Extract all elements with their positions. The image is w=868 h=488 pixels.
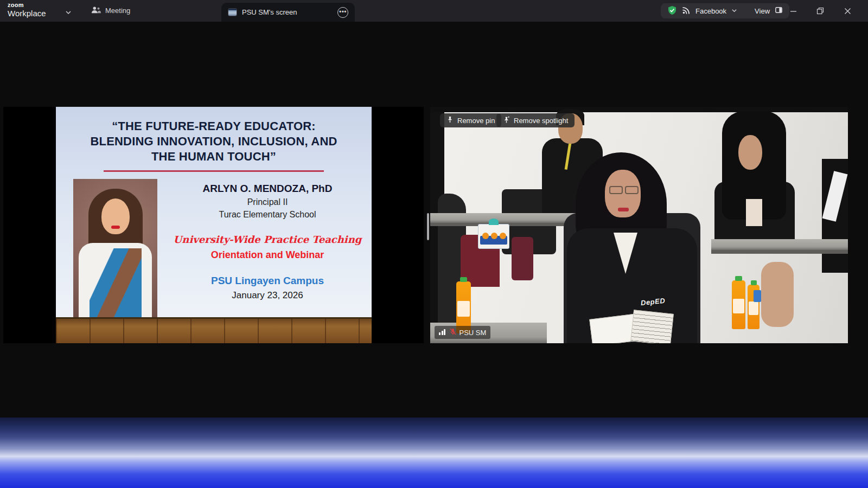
participant-name-tag: PSU SM bbox=[435, 326, 490, 339]
tab-meeting-label: Meeting bbox=[105, 7, 130, 15]
zoom-workplace-window: zoom Workplace Meeting PSU SM's screen •… bbox=[0, 0, 868, 488]
slide-speaker-block: ARLYN O. MENDOZA, PhD Principal II Turac… bbox=[170, 183, 365, 301]
remove-spotlight-label: Remove spotlight bbox=[514, 117, 568, 125]
connection-signal-icon bbox=[439, 329, 446, 337]
pin-icon bbox=[446, 116, 454, 125]
close-button[interactable] bbox=[835, 0, 859, 22]
workspace-chevron-down-icon[interactable] bbox=[65, 8, 72, 18]
spotlight-pin-icon bbox=[503, 116, 510, 125]
slide-floor-graphic bbox=[56, 317, 372, 343]
bottom-banner: 6 10 Share bbox=[0, 418, 868, 488]
remove-pin-button[interactable]: Remove pin bbox=[440, 113, 501, 127]
event-line2: Orientation and Webinar bbox=[170, 249, 365, 261]
zoom-workplace-logo: zoom Workplace bbox=[8, 2, 46, 17]
camera-video-tile: DepED Remove pin Remove spotlight PSU SM bbox=[430, 107, 848, 343]
speaker-title: Principal II bbox=[170, 197, 365, 207]
slide-divider-line bbox=[104, 170, 324, 172]
speaker-photo bbox=[73, 179, 157, 317]
remove-spotlight-button[interactable]: Remove spotlight bbox=[496, 113, 575, 127]
broadcast-icon bbox=[682, 6, 691, 16]
event-date: January 23, 2026 bbox=[170, 290, 365, 301]
stream-chevron-down-icon[interactable] bbox=[731, 7, 737, 15]
remove-pin-label: Remove pin bbox=[457, 117, 495, 125]
participant-name: PSU SM bbox=[459, 329, 487, 337]
tab-psu-sm-screen[interactable]: PSU SM's screen ••• bbox=[221, 3, 355, 22]
presentation-slide: “THE FUTURE-READY EDUCATOR: BLENDING INN… bbox=[56, 107, 372, 343]
speaker-name: ARLYN O. MENDOZA, PhD bbox=[170, 183, 365, 195]
event-venue: PSU Lingayen Campus bbox=[170, 275, 365, 287]
live-stream-pill: Facebook View bbox=[661, 3, 789, 18]
brand-workplace: Workplace bbox=[8, 9, 46, 17]
panel-divider-handle[interactable] bbox=[427, 213, 429, 240]
speaker-school: Turac Elementary School bbox=[170, 210, 365, 220]
tab-meeting[interactable]: Meeting bbox=[91, 5, 130, 16]
tab-screen-label: PSU SM's screen bbox=[242, 8, 297, 16]
view-button-label[interactable]: View bbox=[755, 7, 770, 15]
brand-zoom: zoom bbox=[8, 2, 46, 8]
tab-more-options-icon[interactable]: ••• bbox=[337, 7, 348, 18]
screen-thumbnail-icon bbox=[228, 8, 237, 16]
slide-title: “THE FUTURE-READY EDUCATOR: BLENDING INN… bbox=[56, 119, 372, 164]
restore-button[interactable] bbox=[808, 0, 832, 22]
muted-mic-icon bbox=[450, 328, 456, 337]
security-shield-icon[interactable] bbox=[667, 5, 677, 17]
title-bar: zoom Workplace Meeting PSU SM's screen •… bbox=[0, 0, 868, 22]
stream-platform-label[interactable]: Facebook bbox=[695, 7, 726, 15]
event-line1: University-Wide Practice Teaching bbox=[170, 234, 365, 245]
people-icon bbox=[91, 5, 101, 16]
shared-screen-video-tile: “THE FUTURE-READY EDUCATOR: BLENDING INN… bbox=[3, 107, 424, 343]
minimize-button[interactable] bbox=[781, 0, 805, 22]
